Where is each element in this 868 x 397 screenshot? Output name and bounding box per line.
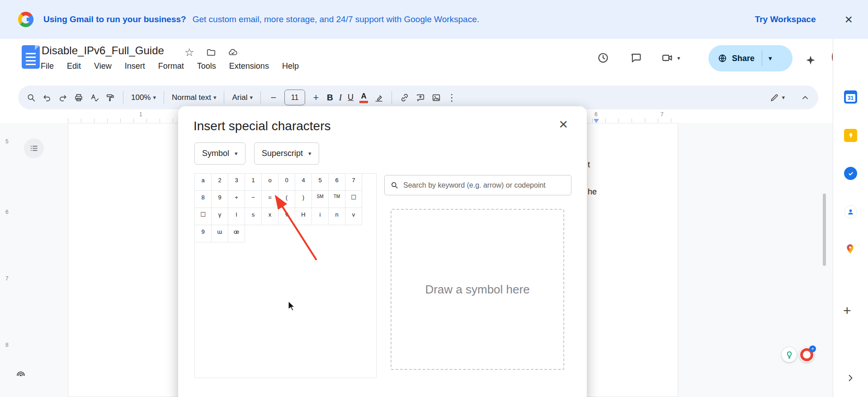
show-outline-button[interactable] <box>24 138 44 158</box>
search-menus-icon[interactable] <box>26 93 36 103</box>
meet-video-call-button[interactable]: ▾ <box>661 52 680 64</box>
print-icon[interactable] <box>74 93 84 103</box>
gemini-icon[interactable] <box>805 54 816 68</box>
menu-file[interactable]: File <box>41 61 54 71</box>
char-cell[interactable]: 2 <box>212 174 228 191</box>
symbol-draw-area[interactable]: Draw a symbol here <box>391 209 564 370</box>
char-cell[interactable]: ( <box>278 191 295 208</box>
char-cell[interactable]: a <box>195 174 212 191</box>
char-cell-superscript-o[interactable]: o <box>262 174 278 191</box>
zoom-value: 100% <box>131 93 151 102</box>
category-dropdown[interactable]: Symbol ▾ <box>194 142 245 165</box>
char-cell[interactable]: 8 <box>195 191 212 208</box>
char-cell[interactable]: 5 <box>312 174 329 191</box>
text-color-button[interactable]: A <box>359 92 368 103</box>
insert-link-icon[interactable] <box>400 93 410 103</box>
menu-extensions[interactable]: Extensions <box>229 61 269 71</box>
contacts-icon[interactable] <box>844 205 857 218</box>
insert-image-icon[interactable] <box>431 93 441 103</box>
char-cell[interactable]: x <box>262 208 278 225</box>
char-cell[interactable]: ɯ <box>212 225 228 242</box>
side-panel-add-icon[interactable]: + <box>843 304 851 317</box>
char-cell[interactable]: + <box>228 191 245 208</box>
move-folder-icon[interactable] <box>206 47 216 57</box>
meet-caret-icon[interactable]: ▾ <box>677 55 680 61</box>
char-cell[interactable]: 0 <box>278 174 295 191</box>
italic-button[interactable]: I <box>339 93 342 103</box>
menu-format[interactable]: Format <box>158 61 184 71</box>
char-cell[interactable]: γ <box>212 208 228 225</box>
keep-icon[interactable] <box>844 129 857 142</box>
add-comment-icon[interactable] <box>415 93 425 103</box>
char-cell[interactable]: i <box>312 208 329 225</box>
menu-view[interactable]: View <box>94 61 112 71</box>
redo-icon[interactable] <box>58 93 68 103</box>
paragraph-style-select[interactable]: Normal text▾ <box>172 93 216 102</box>
char-cell[interactable]: SM <box>312 191 329 208</box>
subcategory-value: Superscript <box>262 149 303 158</box>
char-cell[interactable]: ʕ <box>278 208 295 225</box>
star-icon[interactable]: ☆ <box>184 47 194 58</box>
char-cell[interactable]: = <box>262 191 278 208</box>
bold-button[interactable]: B <box>327 93 333 103</box>
try-workspace-link[interactable]: Try Workspace <box>755 14 816 24</box>
char-cell[interactable]: s <box>245 208 262 225</box>
text-color-swatch <box>359 101 368 103</box>
menu-insert[interactable]: Insert <box>125 61 145 71</box>
char-cell[interactable]: l <box>228 208 245 225</box>
banner-close-icon[interactable]: × <box>844 13 853 26</box>
maps-icon[interactable] <box>844 243 857 256</box>
hide-menus-icon[interactable] <box>800 93 810 103</box>
extension-badge-bulb[interactable] <box>782 347 797 362</box>
menu-help[interactable]: Help <box>282 61 299 71</box>
char-cell[interactable]: 6 <box>329 174 345 191</box>
char-cell[interactable]: − <box>245 191 262 208</box>
comments-icon[interactable] <box>630 52 642 64</box>
char-cell[interactable]: ) <box>295 191 312 208</box>
vertical-scrollbar[interactable] <box>823 194 826 266</box>
char-cell[interactable]: n <box>329 208 345 225</box>
char-cell[interactable]: 9 <box>212 191 228 208</box>
underline-button[interactable]: U <box>348 93 354 102</box>
share-button[interactable]: Share ▾ <box>708 45 793 71</box>
explore-icon[interactable] <box>12 365 30 383</box>
font-size-input[interactable]: 11 <box>284 90 305 105</box>
menu-edit[interactable]: Edit <box>67 61 81 71</box>
symbol-search-input[interactable] <box>402 181 571 190</box>
tasks-icon[interactable] <box>844 167 857 180</box>
side-panel-collapse-icon[interactable] <box>845 373 856 383</box>
char-cell[interactable]: 3 <box>228 174 245 191</box>
paint-format-icon[interactable] <box>105 93 115 103</box>
version-history-icon[interactable] <box>597 52 609 64</box>
indent-marker[interactable] <box>594 119 599 123</box>
char-cell[interactable]: ☐ <box>345 191 362 208</box>
share-caret-icon[interactable]: ▾ <box>769 54 772 62</box>
char-cell[interactable]: H <box>295 208 312 225</box>
char-cell[interactable]: v <box>345 208 362 225</box>
undo-icon[interactable] <box>42 93 52 103</box>
more-options-icon[interactable]: ⋮ <box>447 92 457 103</box>
document-title[interactable]: Disable_IPv6_Full_Guide <box>42 44 164 57</box>
increase-font-size-button[interactable]: + <box>311 92 321 104</box>
char-cell[interactable]: ☐ <box>195 208 212 225</box>
char-cell[interactable]: œ <box>228 225 245 242</box>
char-cell[interactable]: 7 <box>345 174 362 191</box>
font-family-select[interactable]: Arial▾ <box>232 93 253 102</box>
char-cell[interactable]: 9 <box>195 225 212 242</box>
decrease-font-size-button[interactable]: − <box>269 92 278 104</box>
dialog-close-icon[interactable]: × <box>559 116 568 132</box>
char-cell[interactable]: 1 <box>245 174 262 191</box>
menu-tools[interactable]: Tools <box>197 61 216 71</box>
char-cell[interactable]: TM <box>329 191 345 208</box>
calendar-icon[interactable]: 31 <box>844 90 857 104</box>
share-label: Share <box>732 54 755 63</box>
highlight-color-icon[interactable] <box>374 93 384 103</box>
zoom-select[interactable]: 100%▾ <box>131 93 156 102</box>
document-status-cloud-icon[interactable] <box>228 47 238 57</box>
docs-app-icon[interactable] <box>22 45 40 69</box>
editing-mode-select[interactable]: ▾ <box>769 93 785 103</box>
spelling-check-icon[interactable] <box>90 93 99 103</box>
subcategory-dropdown[interactable]: Superscript ▾ <box>254 142 319 165</box>
char-cell[interactable]: 4 <box>295 174 312 191</box>
extension-badge-red[interactable]: + <box>799 347 814 362</box>
